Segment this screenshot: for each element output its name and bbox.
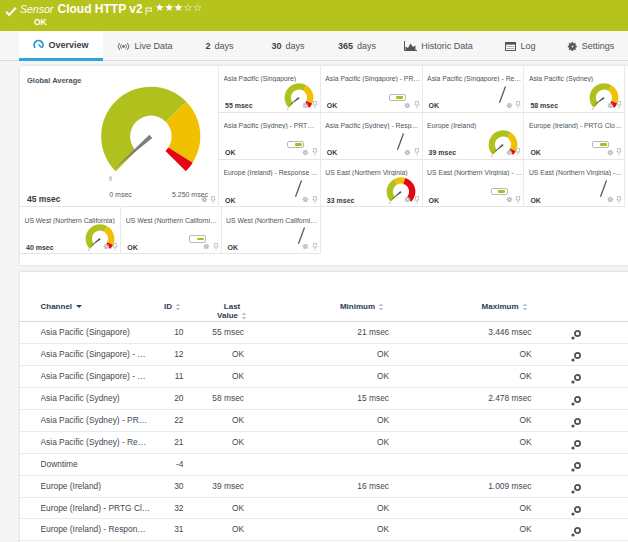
cell-maximum: OK [519,498,531,519]
column-header-maximum[interactable]: Maximum [482,302,528,311]
channel-row: Europe (Ireland) - PRTG Cl…32OKOKOK [20,498,628,520]
gear-icon[interactable] [404,102,411,109]
cell-last-value: 55 msec [212,322,244,343]
tab-30-days[interactable]: 30 days [252,31,324,61]
pin-icon[interactable] [312,196,318,204]
star-empty-icon[interactable]: ☆ [193,1,202,13]
wrench-icon[interactable] [570,329,582,341]
tab-historic-data[interactable]: Historic Data [390,31,487,61]
pin-icon[interactable] [616,196,622,204]
star-filled-icon[interactable]: ★ [155,1,164,13]
wrench-icon[interactable] [570,483,582,495]
gauge-tile[interactable]: US West (Northern California)… OK [221,207,321,254]
pin-icon[interactable] [112,243,118,251]
wrench-icon[interactable] [570,395,582,407]
gauge-tile[interactable]: Asia Pacific (Sydney) - PRTG …OK [218,113,320,160]
gear-icon[interactable] [607,149,614,156]
gear-icon[interactable] [302,196,309,203]
gear-icon[interactable] [203,243,210,250]
cell-channel: Europe (Ireland) - Respon… [41,519,146,540]
wrench-icon[interactable] [570,505,582,517]
pin-icon[interactable] [312,148,318,156]
channel-row: Asia Pacific (Sydney)2058 msec15 msec2.4… [20,388,628,410]
tab-365-days[interactable]: 365 days [324,31,390,61]
gear-icon[interactable] [506,149,513,156]
gauge-tile[interactable]: Asia Pacific (Singapore)55 msec [218,66,320,113]
wrench-icon[interactable] [570,351,582,363]
cell-last-value: OK [232,410,244,431]
cell-id: 11 [175,366,184,387]
gauge-tile[interactable]: Asia Pacific (Singapore) - PR…OK [320,66,422,113]
pin-icon[interactable] [414,196,420,204]
pin-icon[interactable] [213,243,219,251]
pin-icon[interactable] [312,101,318,109]
gear-icon[interactable] [302,243,309,250]
star-empty-icon[interactable]: ☆ [183,1,192,13]
gauge-tile[interactable]: US East (Northern Virginia)33 msec [320,160,422,207]
cell-maximum: 3.446 msec [488,322,531,343]
pin-icon[interactable] [414,148,420,156]
gauge-tile[interactable]: Asia Pacific (Sydney) - Respo… OK [320,113,422,160]
gauge-tile-value: OK [225,149,236,156]
gauge-tile[interactable]: US East (Northern Virginia) - … OK [523,160,625,207]
gear-icon[interactable] [302,149,309,156]
gauge-tile[interactable]: Europe (Ireland) - Response C… OK [218,160,320,207]
wrench-icon[interactable] [570,417,582,429]
broadcast-icon [117,42,130,51]
mean-marker: x̄ [109,174,113,181]
tab-live-data[interactable]: Live Data [103,31,187,61]
gear-icon[interactable] [201,196,208,203]
gauge-tile[interactable]: Global Averagex̄0 msec 5.250 msec45 msec [20,66,218,208]
gear-icon [567,41,578,52]
tab-log[interactable]: Log [487,31,554,61]
priority-rating[interactable]: ★★★☆☆ [155,2,202,13]
cell-channel: Asia Pacific (Sydney) - PR… [41,410,148,431]
gauge-tile-value: OK [327,149,338,156]
gauge-tile[interactable]: Europe (Ireland) - PRTG Cloud…OK [523,113,625,160]
gear-icon[interactable] [404,149,411,156]
column-header-id[interactable]: ID [164,302,181,311]
cell-minimum: 15 msec [357,388,389,409]
gear-icon[interactable] [103,243,110,250]
gauge-tile[interactable]: US East (Northern Virginia) - …OK [422,160,524,207]
gauge-tile[interactable]: US West (Northern California)…OK [120,207,220,254]
gauge-tile[interactable]: Europe (Ireland)39 msec [422,113,524,160]
gear-icon[interactable] [506,196,513,203]
gear-icon[interactable] [506,102,513,109]
pin-icon[interactable] [515,101,521,109]
pin-icon[interactable] [616,101,622,109]
tab-settings[interactable]: Settings [554,31,627,61]
wrench-icon[interactable] [570,526,582,538]
gauge-tile[interactable]: Asia Pacific (Singapore) - Res… OK [422,66,524,113]
star-filled-icon[interactable]: ★ [174,1,183,13]
pin-icon[interactable] [210,196,216,204]
sort-icon [378,303,384,311]
column-header-channel[interactable]: Channel [41,302,83,311]
gear-icon[interactable] [607,102,614,109]
tab-2-days[interactable]: 2 days [187,31,252,61]
tab-overview[interactable]: Overview [19,31,103,61]
pin-icon[interactable] [616,148,622,156]
wrench-icon[interactable] [570,373,582,385]
cell-minimum: OK [377,410,389,431]
cell-last-value: 39 msec [212,476,244,497]
pin-icon[interactable] [515,196,521,204]
gear-icon[interactable] [302,102,309,109]
cell-channel: Asia Pacific (Sydney) [41,388,120,409]
wrench-icon[interactable] [570,461,582,473]
tile-actions [404,196,420,204]
gauge-tile[interactable]: US West (Northern California)40 msec [20,207,120,254]
gauge-tile-value: OK [530,149,541,156]
column-header-minimum[interactable]: Minimum [340,302,384,311]
pin-icon[interactable] [312,243,318,251]
star-filled-icon[interactable]: ★ [164,1,173,13]
flag-icon[interactable] [145,1,153,19]
gear-icon[interactable] [607,196,614,203]
gauge-tile[interactable]: Asia Pacific (Sydney)58 msec [523,66,625,113]
pin-icon[interactable] [515,148,521,156]
sort-icon [522,303,528,311]
pin-icon[interactable] [414,101,420,109]
column-header-last-value[interactable]: LastValue [217,302,247,320]
gear-icon[interactable] [404,196,411,203]
wrench-icon[interactable] [570,439,582,451]
